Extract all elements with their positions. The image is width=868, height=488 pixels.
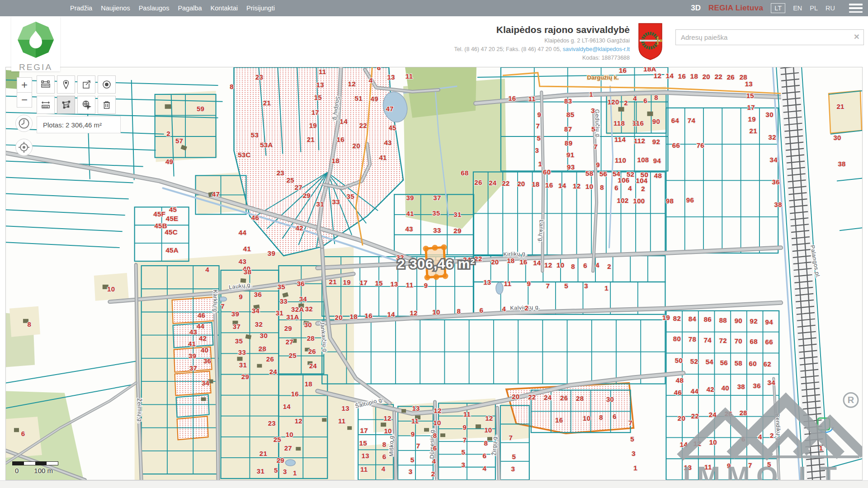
parcel-number: 53A — [260, 141, 273, 149]
world-select-button[interactable] — [77, 96, 95, 114]
search-input[interactable] — [676, 30, 853, 45]
parcel-number: 22 — [502, 179, 509, 187]
measure-area-button[interactable] — [57, 96, 75, 114]
parcel-number: 38 — [244, 268, 251, 276]
parcel-number: 1 — [819, 444, 823, 452]
hamburger-menu-icon[interactable] — [849, 4, 863, 13]
nav-item-paslaugos[interactable]: Paslaugos — [139, 5, 170, 12]
share-tool-button[interactable] — [77, 75, 95, 94]
parcel-number: 118 — [613, 119, 625, 127]
lang-ru[interactable]: RU — [826, 5, 835, 12]
nav-item-pradzia[interactable]: Pradžia — [70, 5, 92, 12]
search-clear-icon[interactable]: × — [854, 31, 859, 42]
parcel-number: 27 — [295, 183, 302, 191]
locate-button[interactable] — [15, 139, 33, 156]
parcel-number: 36 — [753, 382, 761, 389]
parcel-number: 116 — [632, 119, 644, 127]
marker-tool-button[interactable] — [57, 75, 75, 94]
scale-end-label: 100 m — [34, 467, 53, 474]
parcel-number: 11 — [463, 410, 471, 418]
parcel-number: 8 — [230, 83, 234, 90]
measure-distance-button[interactable] — [37, 96, 55, 114]
regia-lietuva-link[interactable]: REGIA Lietuva — [708, 4, 763, 13]
parcel-number: 12 — [654, 72, 661, 80]
parcel-number: 31 — [257, 467, 264, 475]
parcel-number: 42 — [199, 334, 207, 342]
parcel-number: 6 — [483, 452, 487, 460]
parcel-number: 30 — [766, 111, 774, 118]
scale-start-label: 0 — [15, 467, 19, 474]
parcel-number: 37 — [433, 194, 441, 202]
parcel-number: 41 — [243, 245, 251, 253]
municipality-email-link[interactable]: savivaldybe@klaipedos-r.lt — [563, 46, 630, 52]
regia-logo-text: REGIA — [11, 62, 60, 72]
parcel-number: 14 — [533, 259, 541, 267]
map-canvas[interactable]: Kirlikų g.Kalviukų g.Laukų g.Karklų g.Ja… — [6, 67, 862, 480]
parcel-number: 31A — [286, 313, 299, 321]
nav-item-prisijungti[interactable]: Prisijungti — [246, 5, 275, 12]
parcel-number: 40 — [722, 384, 729, 392]
lang-en[interactable]: EN — [793, 5, 802, 12]
zoom-out-button[interactable]: − — [17, 92, 32, 108]
distance-ruler-icon — [40, 99, 51, 110]
municipality-title: Klaipėdos rajono savivaldybė — [454, 24, 630, 35]
parcel-number: 10 — [557, 261, 564, 269]
parcel-number: 14 — [558, 182, 566, 189]
parcel-number: 24 — [489, 179, 497, 187]
parcel-number: 18 — [350, 313, 358, 320]
parcel-number: 1 — [538, 160, 542, 168]
parcel-number: 41 — [406, 210, 414, 217]
record-tool-button[interactable] — [98, 75, 116, 94]
parcel-number: 6 — [583, 262, 587, 269]
parcel-number: 13 — [483, 278, 491, 286]
regia-logo[interactable]: REGIA — [11, 16, 60, 71]
parcel-number: 4 — [628, 184, 632, 192]
3d-mode-button[interactable]: 3D — [691, 4, 701, 13]
parcel-number: 34 — [768, 379, 776, 386]
parcel-number: 45E — [166, 215, 179, 222]
parcel-number: 17 — [311, 108, 319, 116]
scale-bar-segments — [12, 461, 58, 465]
parcel-number: 16 — [291, 390, 299, 398]
parcel-number: 66 — [672, 141, 680, 149]
globe-cursor-icon — [81, 99, 92, 110]
parcel-number: 66 — [765, 338, 773, 346]
nav-item-pagalba[interactable]: Pagalba — [178, 5, 202, 12]
lang-lt[interactable]: LT — [771, 3, 785, 13]
parcel-number: 12 — [573, 182, 580, 190]
parcel-number: 5 — [564, 282, 568, 290]
measure-tool-button[interactable] — [37, 75, 55, 94]
parcel-number: 21 — [329, 278, 337, 286]
time-slider-button[interactable] — [15, 115, 33, 132]
crosshair-icon — [18, 141, 30, 154]
parcel-number: 4 — [369, 76, 373, 84]
parcel-number: 16 — [508, 94, 516, 102]
parcel-number: 25 — [274, 436, 281, 443]
nav-item-naujienos[interactable]: Naujienos — [101, 5, 130, 12]
parcel-number: 9 — [239, 293, 243, 300]
parcel-number: 46 — [674, 389, 682, 396]
parcel-number: 16 — [555, 416, 563, 424]
parcel-number: 8 — [457, 307, 461, 315]
parcel-number: 36 — [203, 357, 211, 365]
parcel-number: 68 — [461, 169, 468, 177]
parcel-number: 22 — [691, 412, 699, 420]
parcel-number: 28 — [740, 409, 747, 417]
parcel-number: 57 — [175, 137, 183, 145]
parcel-number: 11 — [411, 417, 419, 425]
nav-right-group: 3D REGIA Lietuva LT EN PL RU — [691, 0, 863, 16]
parcel-number: 32 — [769, 133, 776, 141]
parcel-number: 8 — [28, 320, 32, 328]
parcel-number: 39 — [231, 310, 239, 318]
lang-pl[interactable]: PL — [810, 5, 818, 12]
parcel-number: 102 — [617, 197, 629, 204]
parcel-number: 15 — [314, 94, 322, 101]
parcel-number: 5 — [274, 466, 278, 474]
parcel-number: 70 — [735, 337, 742, 345]
zoom-in-button[interactable]: + — [17, 77, 32, 93]
nav-item-kontaktai[interactable]: Kontaktai — [211, 5, 238, 12]
parcel-number: 12 — [348, 80, 356, 88]
delete-measurement-button[interactable] — [98, 96, 116, 114]
parcel-number: 22 — [474, 255, 482, 263]
parcel-number: 74 — [688, 117, 696, 124]
